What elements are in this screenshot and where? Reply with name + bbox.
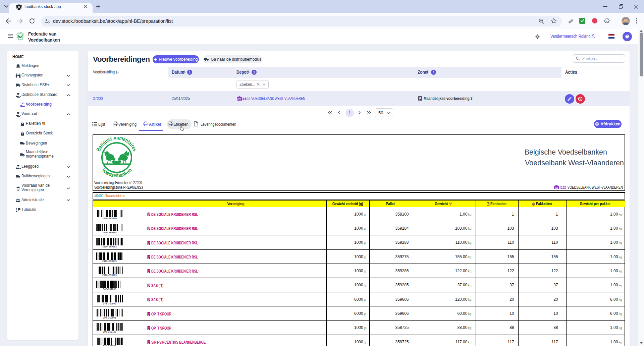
svg-text:Voedselbanken: Voedselbanken: [101, 167, 132, 178]
